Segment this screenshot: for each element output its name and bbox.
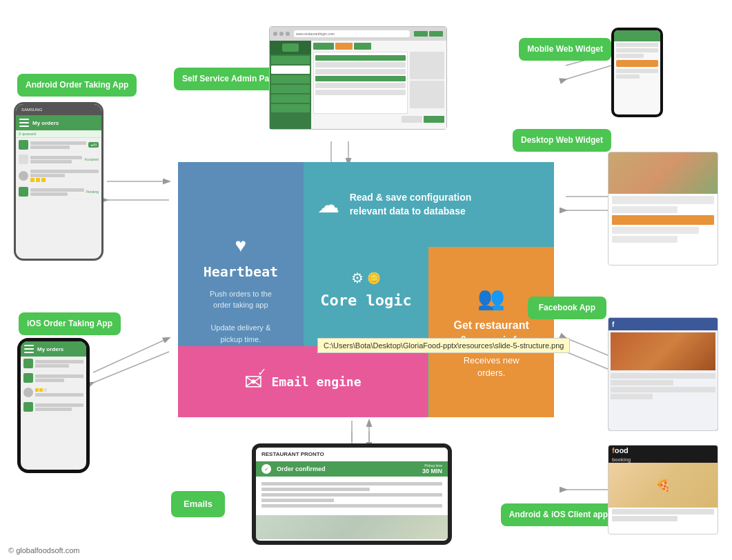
android-device: SAMSUNG My orders 2 queued ●44 [14,102,103,261]
people-icon: 👥 [477,285,505,311]
read-save-text: Read & save configurationrelevant data t… [350,191,472,218]
tooltip: C:\Users\Bota\Desktop\GloriaFood-pptx\re… [317,338,570,353]
core-logic-cell: ⚙ 🪙 Core logic [304,247,429,332]
client-app: food booking 🍕 [608,445,718,534]
email-engine-title: Email engine [271,374,361,389]
footer-text: © globalfoodsoft.com [8,546,80,554]
heartbeat-title: Heartbeat [204,263,278,280]
desktop-widget [608,152,718,266]
mobile-widget-device [611,28,663,117]
email-tablet: RESTAURANT PRONTO ✓ Order confirmed Pick… [252,443,452,545]
mobile-web-widget-label: Mobile Web Widget [519,38,611,61]
cloud-icon: ☁ [317,192,339,218]
facebook-app: f [608,317,718,431]
coin-icon: 🪙 [367,272,381,285]
ios-device: My orders [17,338,90,473]
receives-orders-text: Receives neworders. [464,354,520,379]
gear-icon: ⚙ [351,270,364,286]
read-save-cell: ☁ Read & save configurationrelevant data… [304,162,554,247]
ios-order-label: iOS Order Taking App [19,312,121,335]
heart-icon: ♥ [235,234,247,257]
heartbeat-description: Push orders to the order taking app Upda… [210,288,272,346]
android-ios-client-label: Android & iOS Client app [501,503,616,526]
emails-label: Emails [171,491,225,517]
email-icon: ✉ ✓ [244,369,263,395]
restaurant-info-cell: 👥 Get restaurant& menu info Receives new… [428,247,554,417]
app-logo: food booking [612,446,631,463]
android-order-label: Android Order Taking App [17,74,137,97]
desktop-web-widget-label: Desktop Web Widget [513,129,611,152]
email-engine-cell: ✉ ✓ Email engine [178,346,428,417]
facebook-app-label: Facebook App [528,297,606,319]
core-logic-title: Core logic [320,292,411,309]
admin-screenshot: www.restaurantlogin.com [269,26,447,130]
